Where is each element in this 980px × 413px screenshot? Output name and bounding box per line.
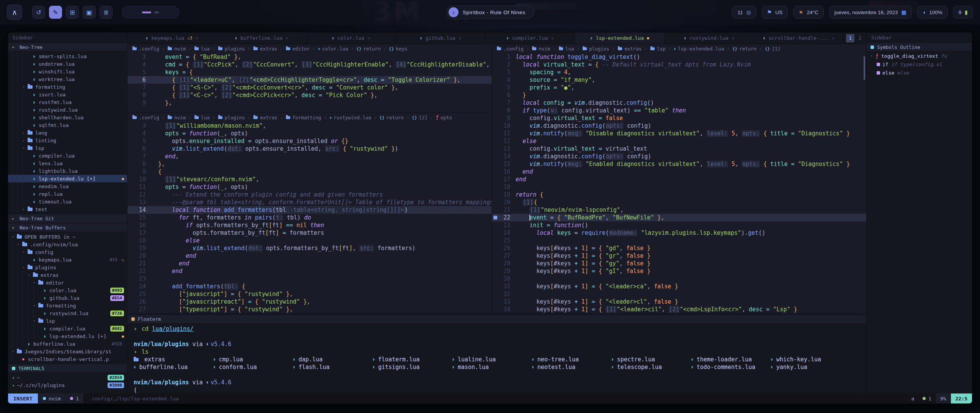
breadcrumb-segment[interactable]: editor [286, 46, 310, 52]
launcher-button[interactable]: ∧ [7, 5, 22, 20]
editor-pane-color-lua[interactable]: .config›nvim›lua›plugins›extras›editor›◗… [127, 44, 492, 113]
tab-bufferline.lua[interactable]: ◗bufferline.lua× [217, 33, 307, 44]
breadcrumb-segment[interactable]: ƒopts [436, 115, 452, 120]
code-area[interactable]: 1local function toggle_diag_virtext()2 l… [492, 53, 866, 314]
file-entry[interactable]: ◗conform.lua [213, 363, 293, 371]
pill-updates[interactable]: 11◎ [732, 6, 756, 19]
breadcrumb-segment[interactable]: {}keys [389, 46, 407, 52]
breadcrumb-segment[interactable]: nvim [167, 115, 186, 120]
breadcrumb-segment[interactable]: {}return [732, 46, 756, 52]
tab-github.lua[interactable]: ◗github.lua× [396, 33, 486, 44]
breadcrumb-segment[interactable]: lua [194, 46, 210, 52]
file-entry[interactable]: ◗gitsigns.lua [372, 363, 452, 371]
breadcrumb-segment[interactable]: plugins [218, 46, 245, 52]
file-entry[interactable]: ◗which-key.lua [771, 356, 850, 363]
file-entry[interactable]: ◗neotest.lua [532, 363, 611, 371]
buffer-item[interactable]: ▾config [8, 248, 127, 256]
tool-layout-grid-button[interactable]: ⊞ [66, 6, 79, 19]
neotree-item[interactable]: ◗timeout.lua [8, 198, 127, 205]
file-entry[interactable]: ◗bufferline.lua [134, 363, 213, 371]
code-area[interactable]: 3 [1]"williamboman/mason.nvim",4 opts = … [127, 122, 492, 314]
code-area[interactable]: 3 event = { "BufRead" },4 cmd = { [1]"Cc… [127, 53, 492, 112]
neotree-item[interactable]: ▾lsp [8, 144, 127, 152]
buffer-item[interactable]: ▾.config/nvim/lua [8, 241, 127, 248]
pill-date[interactable]: jueves, noviembre 16, 2023▦ [829, 6, 912, 19]
neotree-item[interactable]: ◗smart-splits.lua [8, 52, 127, 60]
close-icon[interactable]: × [732, 35, 735, 41]
neotree-header[interactable]: ▾ Neo-Tree [8, 42, 127, 52]
close-icon[interactable]: × [286, 35, 289, 41]
tabpage-2[interactable]: 2 [856, 34, 864, 42]
buffer-item[interactable]: ◗github.lua#654 [8, 294, 127, 302]
file-entry[interactable]: ◗dap.lua [293, 356, 372, 363]
tab-color.lua[interactable]: ◗color.lua× [307, 33, 396, 44]
close-icon[interactable]: × [196, 35, 199, 41]
tool-refresh-button[interactable]: ↺ [32, 6, 45, 19]
file-entry[interactable]: ◗theme-loader.lua [691, 356, 771, 363]
terminal-item[interactable]: ›~#2859 [8, 374, 127, 381]
neotree-item[interactable]: ◗lightbulb.lua [8, 167, 127, 175]
breadcrumb-segment[interactable]: lsp [650, 46, 666, 52]
buffer-item[interactable]: ▾lsp [8, 317, 127, 325]
file-entry[interactable]: ◗spectre.lua [611, 356, 691, 363]
buffer-item[interactable]: ▾formatting [8, 302, 127, 309]
breadcrumb-segment[interactable]: ◗rustywind.lua [330, 115, 371, 120]
file-entry[interactable]: ◗mason.lua [452, 363, 532, 371]
neotree-item[interactable]: ◗lens.lua [8, 159, 127, 167]
buffer-item[interactable]: ▾plugins [8, 263, 127, 271]
neotree-item[interactable]: ▾formatting [8, 83, 127, 91]
pill-battery[interactable]: 9▮ [953, 6, 973, 19]
tool-windows-button[interactable]: ▣ [83, 6, 96, 19]
pill-volume[interactable]: ◖100% [917, 6, 948, 19]
tab-keymaps.lua[interactable]: ◗keymaps.lua⚠3× [127, 33, 217, 44]
breadcrumb-segment[interactable]: .config [497, 46, 524, 52]
outline-header[interactable]: Symbols Outline [867, 42, 972, 52]
file-entry[interactable]: ◗cmp.lua [213, 356, 293, 363]
buffer-item[interactable]: ▾editor [8, 279, 127, 286]
neotree-item[interactable]: ◗lsp-extended.lu [+]● [8, 175, 127, 182]
terminal-output[interactable]: ›cdlua/plugins/nvim/lua/pluginsvia◗v5.4.… [127, 324, 866, 393]
pill-keyboard-layout[interactable]: ⚑US [762, 6, 788, 19]
pill-temperature[interactable]: ☀24°C [793, 6, 824, 19]
breadcrumb-segment[interactable]: lua [559, 46, 574, 52]
neotree-item[interactable]: ◗rustfmt.lua [8, 98, 127, 106]
buffer-item[interactable]: ▾extras [8, 271, 127, 279]
outline-item[interactable]: ifif type(config.vi [867, 60, 972, 68]
file-entry[interactable]: ◗yanky.lua [771, 363, 850, 371]
breadcrumb-segment[interactable]: plugins [218, 115, 245, 120]
breadcrumb-segment[interactable]: {}return [356, 46, 381, 52]
buffer-item[interactable]: ▾Juegos/Indies/SteamLibrary/st [8, 348, 127, 355]
terminals-header[interactable]: TERMINALS [8, 364, 127, 373]
file-entry[interactable]: ◗todo-comments.lua [691, 363, 771, 371]
neotree-item[interactable]: ◗shellharden.lua [8, 114, 127, 121]
close-icon[interactable]: × [459, 35, 462, 41]
file-entry[interactable]: ◗neo-tree.lua [532, 356, 611, 363]
breadcrumb-segment[interactable]: extras [617, 46, 642, 52]
tab-compiler.lua[interactable]: ◗compiler.lua× [486, 33, 575, 44]
breadcrumb-segment[interactable]: extras [253, 115, 277, 120]
close-icon[interactable]: × [551, 35, 554, 41]
workspace-indicator[interactable] [122, 6, 179, 18]
file-entry[interactable]: extras [134, 356, 213, 363]
breadcrumb-segment[interactable]: .config [132, 46, 159, 52]
neotree-item[interactable]: ◗undotree.lua [8, 60, 127, 68]
file-entry[interactable]: ◗telescope.lua [611, 363, 691, 371]
buffer-item[interactable]: ◗lsp-extended.lu [+]● [8, 332, 127, 340]
floaterm-header[interactable]: Floaterm [127, 314, 866, 324]
editor-pane-rustywind-lua[interactable]: .config›nvim›lua›plugins›extras›formatti… [127, 113, 492, 314]
breadcrumb-segment[interactable]: nvim [167, 46, 186, 52]
neotree-item[interactable]: ◗neodim.lua [8, 182, 127, 190]
buffer-item[interactable]: ◗rustywind.lua#726 [8, 309, 127, 317]
breadcrumb-segment[interactable]: {}return [379, 115, 403, 120]
terminal-item[interactable]: ›~/.c/n/l/plugins#3980 [8, 381, 127, 389]
breadcrumb-segment[interactable]: extras [253, 46, 277, 52]
file-entry[interactable]: ◗floaterm.lua [372, 356, 452, 363]
neotree-buffers-header[interactable]: ▾ Neo-Tree Buffers [8, 223, 127, 232]
buffer-item[interactable]: ◗color.lua#493 [8, 286, 127, 294]
tab-scrollbar-handle-...[interactable]: ◗scrollbar-handle-...× [754, 33, 844, 44]
buffer-item[interactable]: ◗keymaps.lua#10⚠ [8, 256, 127, 263]
close-icon[interactable]: × [831, 35, 835, 41]
neotree-item[interactable]: ◗sqlfmt.lua [8, 121, 127, 129]
music-widget[interactable]: ♪ Spiritbox - Rule Of Nines [446, 5, 534, 19]
breadcrumb-segment[interactable]: ◗lsp-extended.lua [674, 46, 724, 52]
